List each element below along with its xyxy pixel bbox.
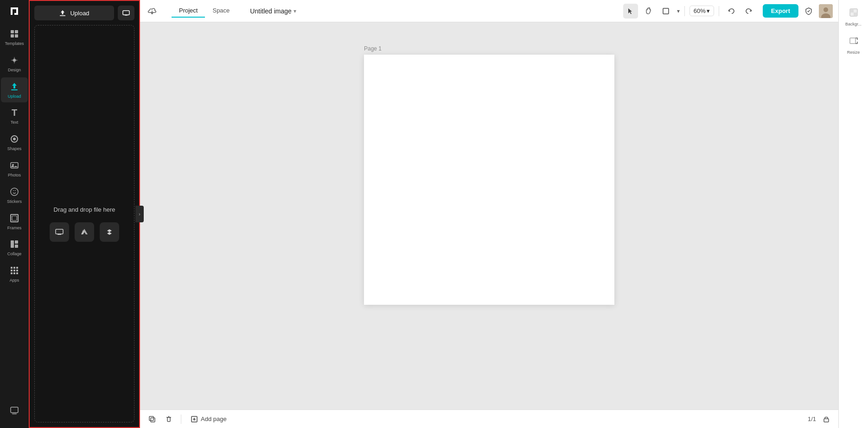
templates-icon [9, 28, 20, 39]
sidebar-item-templates-label: Templates [5, 41, 24, 46]
right-panel: Backgr... Resize [838, 0, 868, 428]
svg-rect-1 [15, 30, 18, 33]
svg-rect-24 [16, 272, 18, 274]
sidebar-item-photos-label: Photos [8, 173, 21, 178]
svg-rect-29 [125, 15, 128, 16]
sidebar-bottom [0, 401, 29, 424]
doc-cloud-icon [146, 5, 159, 18]
svg-rect-8 [11, 163, 18, 168]
top-bar: Project Space Untitled image ▾ [140, 0, 838, 22]
pointer-tool-button[interactable] [623, 4, 638, 19]
svg-rect-17 [13, 267, 15, 269]
sidebar-item-text[interactable]: T Text [1, 103, 28, 129]
text-icon: T [9, 107, 20, 118]
device-icon [122, 9, 130, 17]
upload-button[interactable]: Upload [34, 6, 114, 20]
duplicate-page-button[interactable] [146, 413, 159, 426]
svg-rect-16 [11, 267, 13, 269]
dropbox-button[interactable] [100, 222, 119, 242]
svg-rect-0 [11, 30, 14, 33]
svg-point-34 [823, 7, 828, 12]
device-button[interactable] [118, 6, 134, 20]
trash-icon [165, 415, 172, 423]
svg-rect-27 [60, 15, 65, 16]
hand-tool-button[interactable] [641, 4, 656, 19]
sidebar-item-templates[interactable]: Templates [1, 25, 28, 50]
tab-space[interactable]: Space [205, 4, 237, 18]
toolbar-divider-1 [684, 6, 685, 16]
zoom-chevron: ▾ [707, 7, 710, 14]
canvas-page[interactable] [364, 55, 614, 305]
dropbox-icon [105, 227, 114, 237]
help-icon [9, 405, 20, 416]
drag-drop-label: Drag and drop file here [54, 206, 115, 213]
shield-icon [804, 7, 813, 15]
shield-button[interactable] [801, 4, 816, 19]
right-panel-resize[interactable]: Resize [841, 32, 867, 58]
sidebar-item-text-label: Text [11, 120, 19, 125]
sidebar-item-shapes[interactable]: Shapes [1, 130, 28, 155]
svg-rect-3 [15, 34, 18, 38]
sidebar-item-apps[interactable]: Apps [1, 261, 28, 287]
svg-rect-20 [13, 270, 15, 271]
svg-rect-15 [15, 245, 18, 248]
doc-title-area[interactable]: Untitled image ▾ [250, 7, 296, 15]
sidebar-item-design[interactable]: Design [1, 51, 28, 76]
redo-icon [745, 7, 753, 15]
sidebar-item-apps-label: Apps [10, 278, 19, 283]
panel-collapse-handle[interactable]: › [135, 206, 144, 222]
drop-area[interactable]: Drag and drop file here [34, 25, 134, 422]
computer-upload-button[interactable] [50, 222, 69, 242]
upload-panel: Upload Drag and drop file here [29, 0, 140, 428]
resize-label: Resize [847, 50, 860, 55]
cloud-service-icons [50, 222, 119, 242]
sidebar-item-stickers[interactable]: Stickers [1, 183, 28, 208]
redo-button[interactable] [741, 4, 756, 19]
svg-rect-47 [854, 13, 857, 16]
svg-rect-46 [850, 9, 854, 13]
undo-icon [728, 7, 735, 15]
sidebar-item-stickers-label: Stickers [7, 199, 22, 204]
user-avatar[interactable] [819, 4, 833, 18]
sidebar-item-collage[interactable]: Collage [1, 235, 28, 260]
svg-rect-19 [11, 270, 13, 271]
svg-point-7 [13, 138, 16, 140]
sidebar-item-help[interactable] [1, 402, 28, 420]
upload-icon-btn [59, 9, 66, 17]
svg-rect-38 [167, 417, 170, 422]
shapes-icon [9, 133, 20, 145]
logo[interactable] [7, 4, 22, 19]
upload-button-label: Upload [70, 10, 89, 17]
svg-rect-2 [11, 34, 14, 38]
export-button[interactable]: Export [763, 4, 798, 18]
right-panel-background[interactable]: Backgr... [841, 4, 867, 30]
svg-rect-37 [149, 416, 153, 421]
design-icon [9, 55, 20, 66]
avatar-image [819, 4, 833, 18]
undo-button[interactable] [724, 4, 739, 19]
page-label: Page 1 [364, 45, 382, 52]
sidebar-item-photos[interactable]: Photos [1, 156, 28, 182]
svg-rect-36 [151, 418, 155, 422]
google-drive-button[interactable] [75, 222, 94, 242]
zoom-label: 60% [694, 7, 706, 14]
photos-icon [9, 160, 20, 171]
main-area: Project Space Untitled image ▾ [140, 0, 838, 428]
canvas-area[interactable]: Page 1 [140, 22, 838, 409]
svg-rect-22 [11, 272, 13, 274]
background-icon [849, 7, 859, 20]
add-page-icon [191, 415, 198, 423]
sidebar-item-frames[interactable]: Frames [1, 209, 28, 234]
sidebar-item-collage-label: Collage [7, 252, 22, 257]
lock-button[interactable] [820, 413, 833, 426]
add-page-button[interactable]: Add page [187, 414, 230, 425]
zoom-control[interactable]: 60% ▾ [689, 6, 714, 16]
frame-chevron: ▾ [677, 8, 680, 14]
icon-sidebar: Templates Design Upload T Text [0, 0, 29, 428]
delete-page-button[interactable] [162, 413, 175, 426]
frame-tool-button[interactable] [658, 4, 673, 19]
svg-rect-31 [57, 234, 61, 235]
sidebar-item-upload-label: Upload [8, 94, 21, 99]
tab-project[interactable]: Project [172, 4, 205, 18]
sidebar-item-upload[interactable]: Upload [1, 77, 28, 103]
